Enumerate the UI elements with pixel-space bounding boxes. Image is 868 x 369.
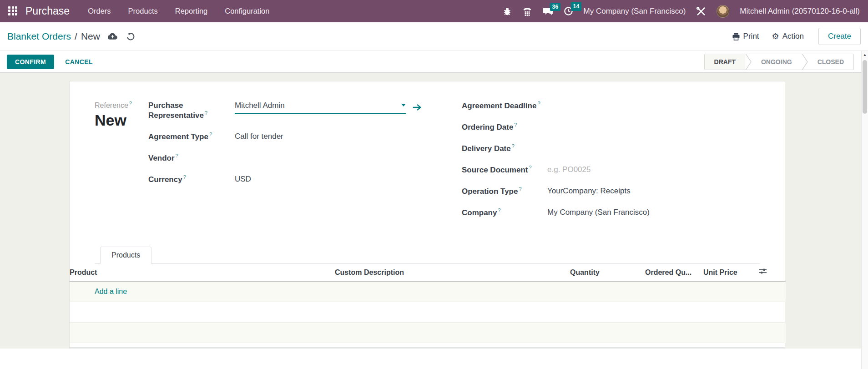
gear-icon: ⚙ bbox=[772, 31, 779, 41]
debug-bug-icon[interactable] bbox=[503, 7, 512, 16]
support-tools-icon[interactable] bbox=[696, 6, 706, 16]
company-label: Company? bbox=[462, 207, 547, 217]
add-line-row: Add a line bbox=[70, 282, 786, 302]
company-switcher[interactable]: My Company (San Francisco) bbox=[584, 7, 686, 16]
activities-clock-icon[interactable]: 14 bbox=[564, 6, 573, 16]
activities-badge: 14 bbox=[571, 2, 582, 11]
cancel-button[interactable]: CANCEL bbox=[65, 58, 93, 66]
column-custom-description[interactable]: Custom Description bbox=[335, 264, 570, 282]
field-help: ? bbox=[498, 207, 500, 213]
field-help: ? bbox=[176, 153, 178, 158]
chevron-separator-icon bbox=[802, 54, 808, 70]
purchase-representative-field[interactable]: Mitchell Admin bbox=[235, 101, 406, 114]
field-help: ? bbox=[205, 110, 207, 116]
empty-row bbox=[70, 323, 786, 343]
save-cloud-icon[interactable] bbox=[107, 32, 118, 40]
user-menu[interactable]: Mitchell Admin (20570120-16-0-all) bbox=[740, 7, 860, 16]
print-button[interactable]: Print bbox=[732, 32, 759, 41]
breadcrumb-blanket-orders[interactable]: Blanket Orders bbox=[7, 31, 71, 42]
create-button[interactable]: Create bbox=[818, 28, 861, 45]
table-header-row: Product Custom Description Quantity Orde… bbox=[70, 264, 786, 282]
state-closed[interactable]: CLOSED bbox=[808, 54, 853, 70]
delivery-date-label: Delivery Date? bbox=[462, 143, 547, 153]
agreement-type-field[interactable]: Call for tender bbox=[235, 131, 439, 142]
breadcrumb-separator: / bbox=[75, 31, 77, 42]
vendor-label: Vendor? bbox=[148, 153, 235, 163]
field-help: ? bbox=[519, 186, 521, 192]
form-sheet: Reference? New Purchase Representative? … bbox=[69, 81, 785, 349]
ordering-date-field[interactable] bbox=[547, 122, 760, 132]
field-help: ? bbox=[512, 143, 515, 149]
action-label: Action bbox=[782, 32, 804, 41]
scroll-up-arrow-icon[interactable]: ▲ bbox=[862, 51, 868, 58]
add-a-line-link[interactable]: Add a line bbox=[95, 288, 127, 295]
field-help: ? bbox=[514, 122, 517, 127]
field-help: ? bbox=[529, 165, 531, 170]
form-view: Reference? New Purchase Representative? … bbox=[0, 73, 861, 369]
currency-label: Currency? bbox=[148, 174, 235, 184]
messages-badge: 36 bbox=[550, 3, 561, 11]
field-help: ? bbox=[129, 101, 132, 106]
field-help: ? bbox=[537, 101, 540, 106]
vendor-field[interactable] bbox=[235, 153, 439, 163]
menu-configuration[interactable]: Configuration bbox=[225, 7, 269, 15]
purchase-representative-value: Mitchell Admin bbox=[235, 101, 285, 110]
currency-field[interactable]: USD bbox=[235, 174, 439, 184]
column-quantity[interactable]: Quantity bbox=[570, 264, 645, 282]
main-menu: Orders Products Reporting Configuration bbox=[88, 7, 269, 15]
internal-link-arrow-icon[interactable] bbox=[413, 104, 422, 111]
purchase-representative-label: Purchase Representative? bbox=[148, 101, 235, 120]
agreement-deadline-label: Agreement Deadline? bbox=[462, 101, 547, 111]
control-panel: Blanket Orders / New Print ⚙ bbox=[0, 22, 868, 51]
reference-label: Reference? bbox=[95, 101, 148, 110]
delivery-date-field[interactable] bbox=[547, 143, 760, 153]
softphone-icon[interactable] bbox=[522, 7, 532, 16]
column-unit-price[interactable]: Unit Price bbox=[703, 264, 759, 282]
menu-products[interactable]: Products bbox=[128, 7, 158, 15]
tab-products[interactable]: Products bbox=[100, 247, 151, 264]
print-label: Print bbox=[743, 32, 759, 41]
empty-row bbox=[70, 302, 786, 323]
agreement-deadline-field[interactable] bbox=[547, 101, 760, 111]
scrollbar-thumb[interactable] bbox=[863, 60, 867, 114]
column-product[interactable]: Product bbox=[70, 264, 335, 282]
action-button[interactable]: ⚙ Action bbox=[772, 31, 804, 41]
operation-type-label: Operation Type? bbox=[462, 186, 547, 196]
apps-menu-icon[interactable] bbox=[8, 6, 18, 16]
dropdown-caret-icon[interactable] bbox=[401, 104, 406, 106]
area-below-sheet bbox=[0, 349, 861, 369]
chevron-separator-icon bbox=[745, 54, 752, 70]
notebook-tabs: Products bbox=[95, 247, 760, 264]
agreement-type-label: Agreement Type? bbox=[148, 131, 235, 142]
discard-undo-icon[interactable] bbox=[126, 32, 135, 41]
systray: 36 14 My Company (San Francisco) Mitchel… bbox=[503, 5, 860, 18]
printer-icon bbox=[732, 33, 740, 40]
form-statusbar: CONFIRM CANCEL DRAFT ONGOING CLOSED bbox=[0, 51, 868, 73]
app-title[interactable]: Purchase bbox=[25, 5, 70, 17]
column-ordered-quantity[interactable]: Ordered Qu... bbox=[645, 264, 703, 282]
company-field[interactable]: My Company (San Francisco) bbox=[547, 207, 760, 217]
optional-columns-icon[interactable] bbox=[759, 264, 786, 282]
vertical-scrollbar[interactable]: ▲ bbox=[861, 51, 868, 369]
state-draft[interactable]: DRAFT bbox=[705, 54, 745, 70]
messages-icon[interactable]: 36 bbox=[543, 7, 553, 16]
state-ongoing[interactable]: ONGOING bbox=[752, 54, 802, 70]
page-title: New bbox=[95, 111, 148, 129]
confirm-button[interactable]: CONFIRM bbox=[7, 55, 54, 69]
field-help: ? bbox=[183, 174, 186, 180]
status-pipeline: DRAFT ONGOING CLOSED bbox=[704, 54, 854, 70]
ordering-date-label: Ordering Date? bbox=[462, 122, 547, 132]
operation-type-field[interactable]: YourCompany: Receipts bbox=[547, 186, 760, 196]
source-document-label: Source Document? bbox=[462, 165, 547, 175]
menu-orders[interactable]: Orders bbox=[88, 7, 111, 15]
breadcrumb: Blanket Orders / New bbox=[7, 31, 100, 42]
menu-reporting[interactable]: Reporting bbox=[175, 7, 208, 15]
breadcrumb-current: New bbox=[81, 31, 100, 42]
source-document-field[interactable]: e.g. PO0025 bbox=[547, 165, 590, 174]
top-navbar: Purchase Orders Products Reporting Confi… bbox=[0, 0, 868, 22]
user-avatar[interactable] bbox=[717, 5, 729, 18]
field-help: ? bbox=[209, 131, 212, 137]
